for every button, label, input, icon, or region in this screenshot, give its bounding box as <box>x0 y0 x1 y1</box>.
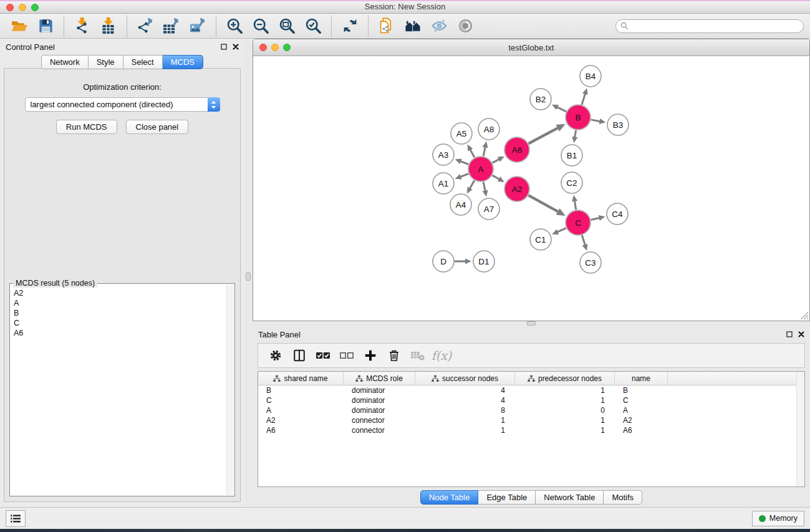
export-network-icon[interactable] <box>132 16 158 36</box>
graph-edge-A-A5[interactable] <box>470 149 475 157</box>
zoom-selected-icon[interactable] <box>300 16 326 36</box>
desktop-wallpaper-strip <box>0 529 810 532</box>
network-maximize-icon[interactable] <box>283 44 291 51</box>
minimize-window-icon[interactable] <box>19 4 26 11</box>
table-row[interactable]: Cdominator41C <box>258 395 804 405</box>
app-title: Session: New Session <box>365 2 445 11</box>
graph-edge-C-C3[interactable] <box>582 235 585 245</box>
tab-network-table[interactable]: Network Table <box>536 490 604 505</box>
graph-node-label-C1: C1 <box>535 235 546 244</box>
graph-edge-A6-B[interactable] <box>529 128 559 143</box>
column-header-MCDS-role[interactable]: MCDS role <box>344 372 415 385</box>
add-column-icon[interactable] <box>359 346 382 365</box>
deselect-all-icon[interactable] <box>335 346 359 365</box>
float-panel-icon[interactable] <box>221 44 227 50</box>
zoom-fit-icon[interactable] <box>274 16 300 36</box>
graph-edge-C-C2[interactable] <box>574 201 576 210</box>
table-cell: dominator <box>344 406 415 415</box>
graph-edge-C-C4[interactable] <box>591 218 599 220</box>
network-close-icon[interactable] <box>259 44 267 51</box>
network-minimize-icon[interactable] <box>271 44 279 51</box>
tab-node-table[interactable]: Node Table <box>420 490 479 505</box>
open-session-icon[interactable] <box>6 16 32 36</box>
graph-edge-A-A6[interactable] <box>493 159 499 163</box>
float-table-panel-icon[interactable] <box>786 331 793 337</box>
column-header-filler <box>668 372 804 385</box>
close-panel-button[interactable]: Close panel <box>126 120 189 134</box>
graph-edge-B-B1[interactable] <box>575 130 576 138</box>
tab-mcds[interactable]: MCDS <box>163 55 203 69</box>
table-cell: 1 <box>415 426 515 435</box>
select-all-icon[interactable] <box>311 346 335 365</box>
close-table-panel-icon[interactable] <box>798 331 804 337</box>
vertical-splitter-handle[interactable] <box>246 273 251 281</box>
delete-column-icon[interactable] <box>382 346 406 365</box>
graph-edge-A-A8[interactable] <box>483 147 485 156</box>
close-panel-icon[interactable] <box>233 44 239 50</box>
graph-edge-C-C1[interactable] <box>557 228 566 232</box>
table-panel-title: Table Panel <box>258 330 301 339</box>
mcds-result-item[interactable]: A <box>14 298 226 308</box>
graph-edge-A2-C[interactable] <box>528 195 558 211</box>
graph-edge-B-B3[interactable] <box>591 120 600 122</box>
criterion-dropdown[interactable]: largest connected component (directed) <box>25 97 220 112</box>
import-network-icon[interactable] <box>69 16 95 36</box>
gear-icon[interactable] <box>264 346 287 365</box>
column-header-name[interactable]: name <box>615 372 668 385</box>
tab-network[interactable]: Network <box>41 55 89 69</box>
show-details-icon[interactable] <box>452 16 478 36</box>
zoom-out-icon[interactable] <box>248 16 274 36</box>
import-table-icon[interactable] <box>95 16 122 36</box>
mcds-result-item[interactable]: B <box>14 308 226 318</box>
save-session-icon[interactable] <box>32 16 59 36</box>
result-list-scrollbar[interactable] <box>226 284 234 495</box>
tab-select[interactable]: Select <box>123 55 163 69</box>
run-mcds-button[interactable]: Run MCDS <box>56 120 117 134</box>
search-box[interactable] <box>615 19 804 33</box>
table-row[interactable]: Adominator80A <box>258 405 804 415</box>
zoom-in-icon[interactable] <box>221 16 248 36</box>
search-input[interactable] <box>629 22 803 31</box>
table-scrollbar[interactable] <box>796 372 804 486</box>
mcds-result-item[interactable]: A6 <box>14 328 226 338</box>
table-row[interactable]: A6connector11A6 <box>258 425 804 435</box>
graph-edge-B-B2[interactable] <box>557 107 566 112</box>
tab-motifs[interactable]: Motifs <box>604 490 642 505</box>
graph-edge-A-A2[interactable] <box>492 175 499 179</box>
graph-edge-B-B4[interactable] <box>582 94 585 105</box>
right-column: testGlobe.txt B4B2BB3A5A8A6A3B1AA1C2A2A4… <box>253 39 810 507</box>
hide-details-icon[interactable] <box>426 16 452 36</box>
graph-edge-A-A3[interactable] <box>460 161 468 164</box>
tab-edge-table[interactable]: Edge Table <box>478 490 536 505</box>
close-window-icon[interactable] <box>6 4 14 11</box>
mcds-result-item[interactable]: C <box>14 318 226 328</box>
table-cell: 1 <box>515 396 615 405</box>
table-cell: B <box>615 386 668 395</box>
task-history-button[interactable] <box>6 510 26 527</box>
graph-edge-A-A1[interactable] <box>460 174 468 177</box>
export-image-icon[interactable] <box>185 16 211 36</box>
graph-edge-A-A4[interactable] <box>470 180 475 188</box>
table-cell: A2 <box>258 416 344 425</box>
graph-edge-A-A7[interactable] <box>483 182 485 191</box>
horizontal-splitter-handle[interactable] <box>527 321 536 326</box>
export-table-icon[interactable] <box>158 16 185 36</box>
refresh-icon[interactable] <box>337 16 363 36</box>
table-row[interactable]: A2connector11A2 <box>258 415 804 425</box>
maximize-window-icon[interactable] <box>31 4 39 11</box>
graph-node-label-A8: A8 <box>484 125 494 134</box>
tab-style[interactable]: Style <box>89 55 123 69</box>
graph-edge-arrowhead <box>572 137 577 143</box>
memory-button[interactable]: Memory <box>752 511 804 526</box>
column-header-predecessor-nodes[interactable]: predecessor nodes <box>515 372 615 385</box>
home-icon[interactable] <box>400 16 426 36</box>
table-row[interactable]: Bdominator41B <box>258 385 804 395</box>
column-header-successor-nodes[interactable]: successor nodes <box>415 372 515 385</box>
clone-network-icon[interactable] <box>374 16 400 36</box>
memory-label: Memory <box>769 514 798 523</box>
mcds-result-item[interactable]: A2 <box>14 288 226 298</box>
network-canvas[interactable]: B4B2BB3A5A8A6A3B1AA1C2A2A4A7C4CC1C3DD1 <box>253 56 809 321</box>
main-toolbar <box>0 14 810 39</box>
column-header-shared-name[interactable]: shared name <box>258 372 344 385</box>
columns-icon[interactable] <box>287 346 311 365</box>
